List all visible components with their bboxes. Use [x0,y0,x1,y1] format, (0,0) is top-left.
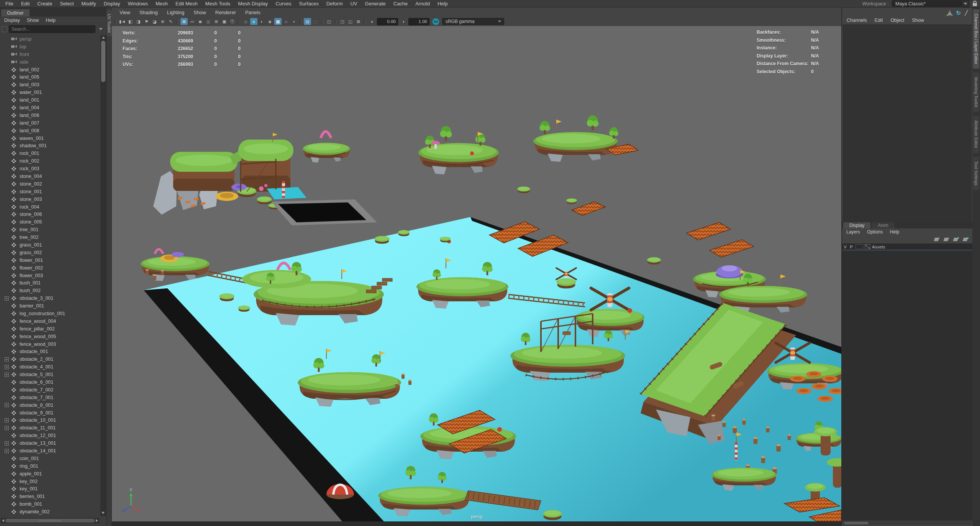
outliner-row[interactable]: tree_001 [0,226,100,233]
outliner-row[interactable]: grass_001 [0,241,100,249]
menu-item[interactable]: UV [346,1,361,7]
layer-move-down-icon[interactable] [943,237,949,242]
new-empty-layer-icon[interactable] [953,237,959,242]
expand-icon[interactable] [5,365,9,369]
menu-item[interactable]: Edit Mesh [172,1,202,7]
menu-item[interactable]: Curves [272,1,295,7]
menu-item[interactable]: Modify [78,1,100,7]
viewport-menu-item[interactable]: Show [189,10,211,15]
right-panel-tab[interactable]: Modeling Toolkit [973,72,979,112]
textured-icon[interactable]: ▦ [274,18,282,25]
outliner-row[interactable]: shadow_001 [0,142,100,150]
menu-item[interactable]: Surfaces [295,1,323,7]
outliner-menu-item[interactable]: Display [1,18,23,23]
outliner-row[interactable]: obstacle_5_001 [0,371,100,378]
channel-box-menu-item[interactable]: Edit [871,18,887,23]
menu-item[interactable]: Create [33,1,56,7]
outliner-row[interactable]: obstacle_3_001 [0,294,100,302]
outliner-row[interactable]: log_construction_001 [0,310,100,317]
expand-icon[interactable] [5,403,9,407]
outliner-row[interactable]: stone_002 [0,180,100,188]
outliner-row[interactable]: fence_wood_005 [0,333,100,340]
outliner-row[interactable]: land_006 [0,112,100,119]
outliner-row[interactable]: dynamite_002 [0,508,100,516]
outliner-row[interactable]: land_003 [0,81,100,89]
outliner-row[interactable]: obstacle_10_001 [0,417,100,424]
bookmark-icon[interactable]: ⚑ [143,18,150,25]
menu-item[interactable]: Mesh Display [234,1,272,7]
layer-editor-menu-item[interactable]: Help [886,229,903,235]
xray-active-components-icon[interactable]: ⊠ [355,18,362,25]
menu-item[interactable]: Display [100,1,124,7]
outliner-row[interactable]: rock_002 [0,157,100,165]
xray-joints-icon[interactable]: ◱ [347,18,354,25]
outliner-row[interactable]: stone_005 [0,218,100,226]
outliner-row[interactable]: persp [0,35,100,43]
viewport-menu-item[interactable]: Renderer [211,10,241,15]
outliner-row[interactable]: front [0,51,100,58]
gamma-field[interactable] [408,18,429,25]
menu-item[interactable]: File [2,1,17,7]
menu-item[interactable]: Arnold [411,1,434,7]
outliner-vscrollbar[interactable] [100,35,106,516]
lights-icon[interactable]: ☼ [282,18,290,25]
layer-move-up-icon[interactable] [934,237,940,242]
outliner-row[interactable]: key_002 [0,478,100,485]
outliner-row[interactable]: land_004 [0,104,100,112]
outliner-row[interactable]: side [0,58,100,66]
outliner-row[interactable]: obstacle_7_001 [0,394,100,401]
outliner-row[interactable]: land_008 [0,127,100,135]
outliner-row[interactable]: stone_001 [0,188,100,196]
outliner-menu-item[interactable]: Help [42,18,59,23]
outliner-row[interactable]: top [0,43,100,51]
outliner-row[interactable]: water_001 [0,89,100,96]
workspace-select[interactable]: Maya Classic* [892,0,962,7]
outliner-row[interactable]: fence_wood_004 [0,317,100,325]
vscroll-thumb[interactable] [101,41,105,82]
outliner-row[interactable]: flower_002 [0,264,100,272]
outliner-row[interactable]: key_001 [0,485,100,493]
expand-icon[interactable] [5,426,9,430]
right-panel-tab[interactable]: Attribute Editor [973,116,979,153]
search-dropdown-arrow[interactable] [97,28,105,30]
outliner-row[interactable]: obstacle_7_002 [0,386,100,394]
outliner-row[interactable]: obstacle_13_001 [0,439,100,447]
channel-box-menu-item[interactable]: Channels [843,18,871,23]
locked-camera-icon[interactable]: ◧ [127,18,134,25]
outliner-row[interactable]: ring_001 [0,462,100,470]
viewport-canvas[interactable]: Y Verts: 209693 0 0 Edges: 430669 0 0 [112,26,841,521]
default-material-icon[interactable]: ◐ [258,18,265,25]
scroll-up-icon[interactable] [102,36,105,39]
right-panel-tab[interactable]: Tool Settings [973,157,979,190]
menu-item[interactable]: Mesh Tools [202,1,234,7]
menu-item[interactable]: Edit [17,1,33,7]
layer-editor-menu-item[interactable]: Layers [843,229,864,235]
outliner-row[interactable]: obstacle_2_001 [0,355,100,363]
outliner-row[interactable]: obstacle_14_001 [0,447,100,455]
exposure-icon[interactable]: ◕ [368,18,375,25]
menu-item[interactable]: Select [56,1,77,7]
two-d-pan-zoom-icon[interactable]: ⊕ [159,18,166,25]
isolate-select-icon[interactable]: ◫ [325,18,333,25]
menu-item[interactable]: Help [434,1,452,7]
outliner-row[interactable]: obstacle_4_001 [0,363,100,371]
expand-icon[interactable] [5,357,9,362]
outliner-row[interactable]: land_007 [0,119,100,127]
safe-title-icon[interactable]: Ⓣ [229,18,236,25]
channel-box-list[interactable] [843,25,972,222]
outliner-menu-item[interactable]: Show [23,18,42,23]
outliner-row[interactable]: rock_001 [0,150,100,157]
outliner-row[interactable]: obstacle_001 [0,348,100,356]
layer-editor-tab[interactable]: Anim [872,222,894,228]
update-speed-icon[interactable]: ↻ [956,10,961,16]
expand-icon[interactable] [5,418,9,422]
outliner-row[interactable]: berries_001 [0,493,100,500]
menu-item[interactable]: Deform [323,1,347,7]
expand-icon[interactable] [5,373,9,377]
field-chart-icon[interactable]: ⊞ [213,18,220,25]
viewport-menu-item[interactable]: Panels [241,10,265,15]
workspace-dropdown-arrow[interactable] [962,0,969,7]
tab-uv-toolkit[interactable]: UV Toolkit [107,10,112,36]
viewport-menu-item[interactable]: Lighting [162,10,189,15]
outliner-row[interactable]: rock_003 [0,165,100,173]
